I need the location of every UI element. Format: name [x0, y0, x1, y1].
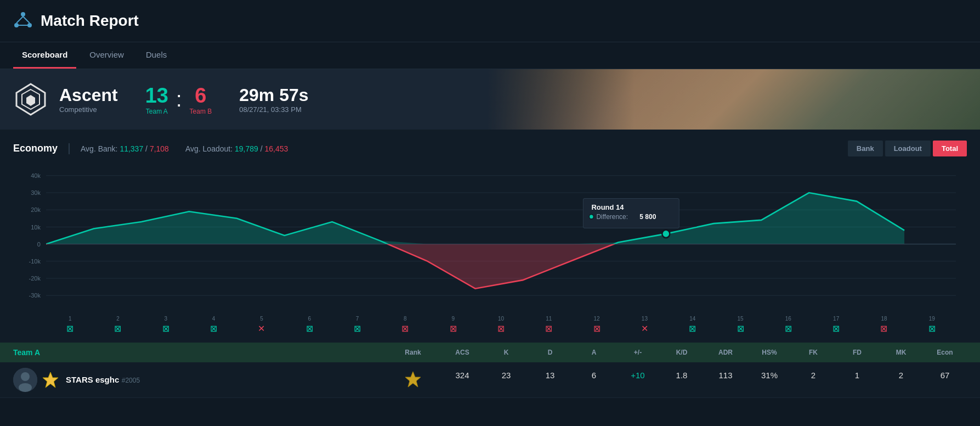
stat-fd: 1: [835, 371, 879, 390]
tab-scoreboard[interactable]: Scoreboard: [13, 42, 76, 69]
player-tag: #2005: [122, 377, 140, 384]
stat-d: 13: [528, 371, 572, 390]
economy-buttons: Bank Loadout Total: [848, 141, 967, 156]
stat-rank: [386, 371, 440, 390]
match-duration: 29m 57s 08/27/21, 03:33 PM: [239, 85, 308, 114]
tab-overview[interactable]: Overview: [81, 42, 133, 69]
svg-marker-35: [405, 372, 421, 387]
round-8: 8 ⊠: [381, 316, 429, 334]
svg-text:-20k: -20k: [29, 275, 41, 282]
stat-fk: 2: [791, 371, 835, 390]
round-4: 4 ⊠: [190, 316, 237, 334]
score-separator: :: [176, 88, 182, 111]
round-16: 16 ⊠: [764, 316, 812, 334]
match-banner: Ascent Competitive 13 Team A : 6 Team B …: [0, 69, 980, 130]
match-score: 13 Team A : 6 Team B: [145, 84, 212, 115]
round-10: 10 ⊠: [477, 316, 525, 334]
round-7: 7 ⊠: [333, 316, 381, 334]
label-team-b: Team B: [190, 108, 212, 115]
col-hs: HS%: [747, 349, 791, 356]
stat-k: 23: [484, 371, 528, 390]
col-fd: FD: [835, 349, 879, 356]
svg-text:-10k: -10k: [29, 258, 41, 265]
bank-button[interactable]: Bank: [848, 141, 883, 156]
svg-text:Round 14: Round 14: [591, 203, 624, 211]
chart-svg: 40k 30k 20k 10k 0 -10k -20k -30k: [13, 164, 967, 307]
round-2: 2 ⊠: [94, 316, 141, 334]
col-plus-minus: +/-: [616, 349, 660, 356]
svg-point-33: [19, 383, 32, 392]
round-14: 14 ⊠: [669, 316, 716, 334]
svg-text:Difference:: Difference:: [596, 213, 628, 221]
economy-divider: [69, 143, 70, 154]
match-info: Ascent Competitive: [59, 85, 118, 114]
team-a-name: Team A: [13, 348, 40, 357]
round-12: 12 ⊠: [573, 316, 620, 334]
player-rank-icon: [42, 371, 59, 389]
col-a: A: [572, 349, 616, 356]
round-1: 1 ⊠: [46, 316, 94, 334]
duration-time: 29m 57s: [239, 85, 308, 105]
chart-positive-fill: [46, 193, 904, 244]
stat-econ: 67: [923, 371, 967, 390]
round-19: 19 ⊠: [908, 316, 956, 334]
round-11: 11 ⊠: [525, 316, 573, 334]
round-13: 13 ✕: [621, 316, 669, 334]
avg-loadout-stat: Avg. Loadout: 19,789 / 16,453: [185, 144, 288, 153]
label-team-a: Team A: [146, 108, 168, 115]
column-headers: Rank ACS K D A +/- K/D ADR HS% FK FD MK …: [386, 349, 967, 356]
rounds-row: 1 ⊠ 2 ⊠ 3 ⊠ 4 ⊠ 5 ✕ 6 ⊠ 7 ⊠ 8 ⊠: [46, 312, 956, 337]
svg-text:30k: 30k: [31, 189, 41, 196]
round-9: 9 ⊠: [429, 316, 477, 334]
player-avatar: [13, 368, 37, 392]
svg-line-3: [16, 16, 23, 23]
svg-text:20k: 20k: [31, 206, 41, 213]
svg-text:-30k: -30k: [29, 292, 41, 299]
map-background: [486, 69, 980, 130]
round-3: 3 ⊠: [142, 316, 190, 334]
stat-adr: 113: [704, 371, 747, 390]
col-kd: K/D: [660, 349, 704, 356]
stat-acs: 324: [440, 371, 484, 390]
economy-header: Economy Avg. Bank: 11,337 / 7,108 Avg. L…: [13, 141, 967, 156]
col-mk: MK: [879, 349, 923, 356]
match-report-icon: [13, 10, 33, 32]
map-icon: [13, 82, 48, 117]
chart-tooltip-marker: [662, 230, 670, 238]
total-button[interactable]: Total: [933, 141, 967, 156]
economy-section: Economy Avg. Bank: 11,337 / 7,108 Avg. L…: [0, 130, 980, 343]
player-row: STARS esghc #2005 324 23 13 6 +10 1.8 11…: [0, 362, 980, 398]
economy-title: Economy: [13, 143, 58, 154]
economy-chart: 40k 30k 20k 10k 0 -10k -20k -30k: [13, 164, 967, 307]
svg-point-28: [589, 215, 593, 219]
round-6: 6 ⊠: [286, 316, 333, 334]
round-5: 5 ✕: [237, 316, 285, 334]
player-stats: 324 23 13 6 +10 1.8 113 31% 2 1 2 67: [386, 371, 967, 390]
svg-text:5 800: 5 800: [639, 213, 656, 221]
svg-marker-34: [43, 372, 58, 388]
map-name: Ascent: [59, 85, 118, 105]
col-fk: FK: [791, 349, 835, 356]
score-team-a: 13: [145, 84, 168, 108]
tab-duels[interactable]: Duels: [137, 42, 175, 69]
col-k: K: [484, 349, 528, 356]
svg-text:0: 0: [37, 241, 41, 248]
svg-text:10k: 10k: [31, 223, 41, 230]
col-d: D: [528, 349, 572, 356]
svg-text:40k: 40k: [31, 172, 41, 179]
stat-a: 6: [572, 371, 616, 390]
loadout-button[interactable]: Loadout: [885, 141, 931, 156]
duration-date: 08/27/21, 03:33 PM: [239, 105, 308, 114]
round-17: 17 ⊠: [812, 316, 860, 334]
stat-hs: 31%: [747, 371, 791, 390]
svg-point-32: [21, 372, 30, 381]
col-adr: ADR: [704, 349, 747, 356]
svg-point-0: [21, 12, 25, 16]
score-team-b: 6: [195, 84, 206, 108]
player-name: STARS esghc: [66, 375, 119, 384]
col-acs: ACS: [440, 349, 484, 356]
svg-marker-8: [26, 95, 35, 106]
col-econ: Econ: [923, 349, 967, 356]
scoreboard-section: Team A Rank ACS K D A +/- K/D ADR HS% FK…: [0, 343, 980, 398]
nav-tabs: Scoreboard Overview Duels: [0, 42, 980, 69]
